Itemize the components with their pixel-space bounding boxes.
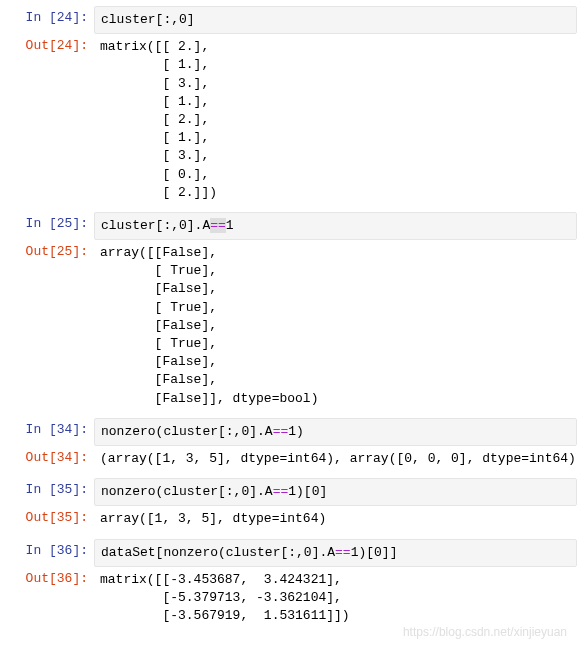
code-input[interactable]: cluster[:,0].A==1 — [94, 212, 577, 240]
in-prompt: In [34]: — [0, 418, 94, 441]
code-input[interactable]: nonzero(cluster[:,0].A==1)[0] — [94, 478, 577, 506]
cell-output: array([1, 3, 5], dtype=int64) — [94, 506, 577, 532]
operator-eq: == — [210, 218, 226, 233]
code-input[interactable]: dataSet[nonzero(cluster[:,0].A==1)[0]] — [94, 539, 577, 567]
code-token: 1 — [226, 218, 234, 233]
notebook-cell: In [35]: nonzero(cluster[:,0].A==1)[0] O… — [0, 478, 577, 532]
in-prompt: In [36]: — [0, 539, 94, 562]
out-prompt: Out[35]: — [0, 506, 94, 529]
code-token: nonzero(cluster[:,0].A — [101, 484, 273, 499]
notebook-cell: In [25]: cluster[:,0].A==1 Out[25]: arra… — [0, 212, 577, 412]
notebook-cell: In [36]: dataSet[nonzero(cluster[:,0].A=… — [0, 539, 577, 630]
in-prompt: In [35]: — [0, 478, 94, 501]
cell-output: matrix([[-3.453687, 3.424321], [-5.37971… — [94, 567, 577, 630]
notebook-cell: In [34]: nonzero(cluster[:,0].A==1) Out[… — [0, 418, 577, 472]
code-token: 1)[0]] — [351, 545, 398, 560]
code-token: 1)[0] — [288, 484, 327, 499]
code-input[interactable]: nonzero(cluster[:,0].A==1) — [94, 418, 577, 446]
cell-output: (array([1, 3, 5], dtype=int64), array([0… — [94, 446, 577, 472]
code-token: 1) — [288, 424, 304, 439]
cell-output: array([[False], [ True], [False], [ True… — [94, 240, 577, 412]
out-prompt: Out[34]: — [0, 446, 94, 469]
code-token: nonzero(cluster[:,0].A — [101, 424, 273, 439]
out-prompt: Out[24]: — [0, 34, 94, 57]
out-prompt: Out[36]: — [0, 567, 94, 590]
code-token: dataSet[nonzero(cluster[:,0].A — [101, 545, 335, 560]
out-prompt: Out[25]: — [0, 240, 94, 263]
operator-eq: == — [273, 484, 289, 499]
notebook-cell: In [24]: cluster[:,0] Out[24]: matrix([[… — [0, 6, 577, 206]
code-input[interactable]: cluster[:,0] — [94, 6, 577, 34]
operator-eq: == — [335, 545, 351, 560]
in-prompt: In [24]: — [0, 6, 94, 29]
cell-output: matrix([[ 2.], [ 1.], [ 3.], [ 1.], [ 2.… — [94, 34, 577, 206]
operator-eq: == — [273, 424, 289, 439]
in-prompt: In [25]: — [0, 212, 94, 235]
code-token: cluster[:,0].A — [101, 218, 210, 233]
